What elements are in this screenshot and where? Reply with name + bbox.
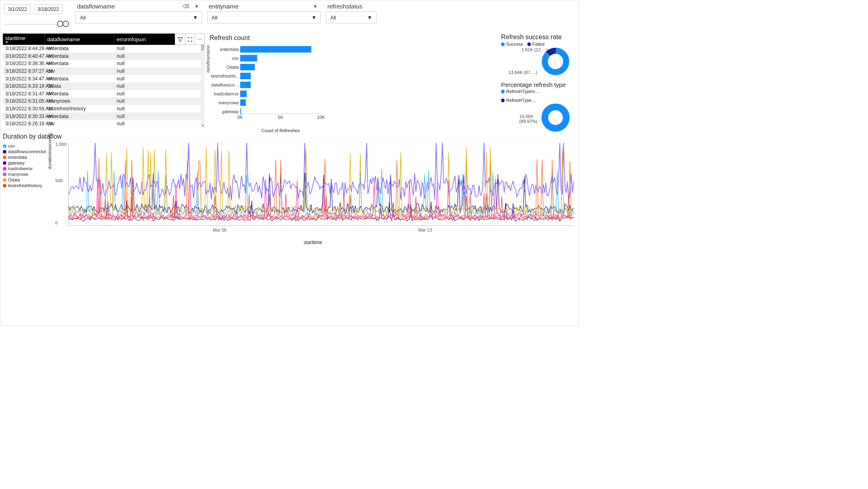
bar-category-label: loadcdserror [211,91,239,96]
data-label-success: 13.64K (87.…) [508,70,537,75]
dashboard: 3/1/2022 3/18/2022 dataflowname ⌫ ▼ All … [0,0,579,326]
cell-errorinfojson: null [114,121,205,126]
mid-row: ⋯ starttime ▼ dataflowname errorinfojson… [3,34,576,129]
date-range-slider[interactable] [4,18,71,30]
x-tick: 0K [237,115,243,120]
bar[interactable] [240,73,251,79]
bar-row[interactable]: csv [240,54,321,63]
legend-item[interactable]: enterdata [3,155,47,160]
chevron-down-icon: ▼ [367,15,372,21]
table-row[interactable]: 3/18/2022 8:34:47 AMenterdatanull [3,75,205,82]
cell-errorinfojson: null [114,91,205,97]
table-row[interactable]: 3/18/2022 8:30:59 AMtestrefreshhistorynu… [3,105,205,113]
slicer-value: All [80,15,86,21]
table-header: starttime ▼ dataflowname errorinfojson [3,34,205,45]
bar[interactable] [240,64,255,70]
chevron-down-icon: ▼ [193,15,198,21]
bar[interactable] [240,99,246,106]
bar-row[interactable]: testrefreshhi… [240,72,321,80]
legend-item[interactable]: csv [3,143,47,148]
line-chart[interactable]: durationinseconds 1,000 500 0 Mar 06 Mar… [50,141,576,238]
date-range-slicer: 3/1/2022 3/18/2022 [3,3,71,30]
clear-selection-icon[interactable]: ⌫ [181,4,191,9]
refresh-count-visual: Refresh count dataflowname enterdatacsvO… [210,34,323,129]
column-header-dataflowname[interactable]: dataflowname [45,34,114,45]
chevron-down-icon[interactable]: ▼ [311,4,319,9]
legend-item[interactable]: dataflowsconnector [3,149,47,154]
x-tick: 10K [317,115,325,120]
bar-category-label: dataflowsco… [211,82,239,87]
cell-errorinfojson: null [114,46,205,51]
cell-starttime: 3/18/2022 8:38:36 AM [3,61,45,66]
bar[interactable] [240,82,251,88]
slider-handle-end[interactable] [63,21,69,27]
filter-icon[interactable] [175,34,185,44]
series-manyrows[interactable] [69,143,574,200]
date-to-input[interactable]: 3/18/2022 [34,4,63,14]
cell-dataflowname: enterdata [45,61,114,66]
date-from-input[interactable]: 3/1/2022 [4,4,31,14]
y-tick: 1,000 [55,142,67,147]
bar-category-label: testrefreshhi… [211,74,239,78]
bar[interactable] [240,55,257,61]
data-label-failed: 1.91K (12.…) [522,47,548,52]
legend-item[interactable]: RefreshType… [501,98,536,103]
cell-errorinfojson: null [114,61,205,66]
bar-row[interactable]: enterdata [240,45,321,54]
cell-errorinfojson: null [114,114,205,119]
bar-row[interactable]: manyrows [240,98,321,107]
x-axis-label: Count of Refreshes [240,128,321,133]
table-row[interactable]: 3/18/2022 8:38:36 AMenterdatanull [3,60,205,67]
more-options-icon[interactable]: ⋯ [195,34,204,44]
table-row[interactable]: 3/18/2022 8:37:27 AMcsvnull [3,67,205,75]
bar[interactable] [240,91,247,97]
table-row[interactable]: 3/18/2022 8:40:47 AMenterdatanull [3,53,205,60]
bar-row[interactable]: Odata [240,63,321,72]
table-row[interactable]: 3/18/2022 8:31:05 AMmanyrowsnull [3,97,205,105]
cell-starttime: 3/18/2022 8:31:05 AM [3,98,45,104]
legend-item-failed[interactable]: Failed [527,42,545,46]
y-tick: 0 [55,220,58,225]
legend-item[interactable]: testrefreshhistory [3,183,47,188]
cell-starttime: 3/18/2022 8:44:29 AM [3,46,45,51]
cell-starttime: 3/18/2022 8:34:47 AM [3,76,45,82]
refresh-type-visual: Percentage refresh type RefreshTypeIn… R… [501,81,576,136]
bar-category-label: Odata [211,65,239,70]
table-row[interactable]: 3/18/2022 8:33:18 AMOdatanull [3,82,205,90]
scroll-down-icon[interactable]: ▾ [201,123,205,128]
table-row[interactable]: 3/18/2022 8:31:47 AMenterdatanull [3,90,205,98]
bar-row[interactable]: dataflowsco… [240,80,321,89]
legend-item[interactable]: Odata [3,177,47,182]
cell-dataflowname: csv [45,121,114,126]
column-header-starttime[interactable]: starttime ▼ [3,34,45,45]
legend-item[interactable]: loadcdserror [3,166,47,171]
cell-errorinfojson: null [114,68,205,74]
bar-row[interactable]: loadcdserror [240,89,321,98]
x-tick: 5K [278,115,283,120]
slicer-entityname: entityname ▼ All ▼ [207,3,321,23]
chevron-down-icon[interactable]: ▼ [193,4,201,9]
table-scrollbar[interactable]: ▾ [201,45,205,128]
legend-item-success[interactable]: Success [501,42,523,46]
legend: Success Failed [501,42,576,46]
slicer-dropdown[interactable]: All ▼ [75,11,202,23]
cell-dataflowname: enterdata [45,53,114,59]
table-row[interactable]: 3/18/2022 8:26:19 AMcsvnull [3,120,205,128]
legend-item[interactable]: RefreshTypeIn… [501,89,540,94]
bar-chart[interactable]: dataflowname enterdatacsvOdatatestrefres… [210,42,323,127]
bar[interactable] [240,46,311,53]
table-row[interactable]: 3/18/2022 8:44:29 AMenterdatanull [3,45,205,53]
slicer-dropdown[interactable]: All ▼ [326,11,377,23]
focus-mode-icon[interactable] [185,34,195,44]
cell-dataflowname: manyrows [45,98,114,104]
legend-item[interactable]: manyrows [3,172,47,177]
sort-desc-icon: ▼ [5,41,8,44]
donut-chart[interactable] [541,103,570,132]
chart-title: Refresh count [210,34,323,42]
x-axis-label: starttime [50,240,576,245]
slicer-dropdown[interactable]: All ▼ [207,11,321,23]
table-row[interactable]: 3/18/2022 8:30:33 AMenterdatanull [3,112,205,120]
legend-item[interactable]: gateway [3,160,47,165]
duration-visual: Duration by dataflow csvdataflowsconnect… [3,133,576,238]
scrollbar-thumb[interactable] [201,45,204,51]
